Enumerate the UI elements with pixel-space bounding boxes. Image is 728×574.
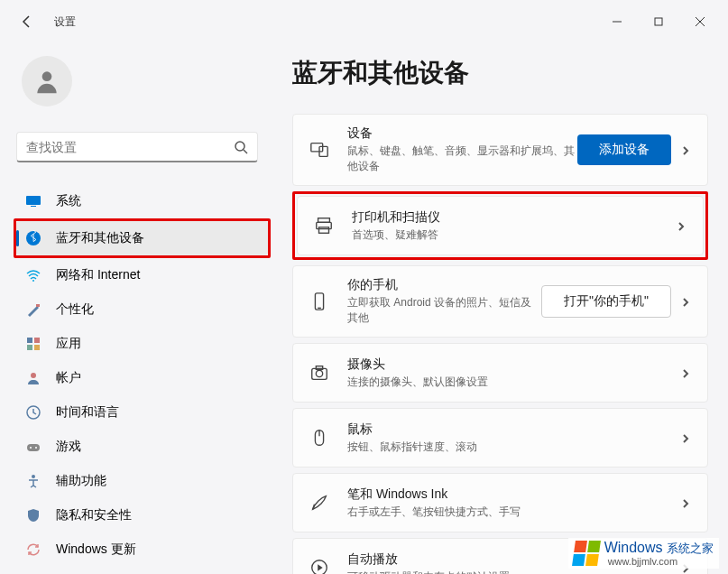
titlebar: 设置 (0, 0, 728, 43)
chevron-right-icon (676, 219, 688, 232)
brush-icon (25, 301, 41, 318)
card-subtitle: 按钮、鼠标指针速度、滚动 (347, 440, 680, 455)
highlight-printers: 打印机和扫描仪 首选项、疑难解答 (292, 191, 708, 260)
card-pen[interactable]: 笔和 Windows Ink 右手或左手、笔按钮快捷方式、手写 (292, 473, 708, 532)
sidebar: 系统 蓝牙和其他设备 网络和 Internet 个性化 应用 (0, 43, 280, 574)
arrow-left-icon (20, 14, 34, 29)
card-subtitle: 立即获取 Android 设备的照片、短信及其他 (347, 295, 541, 326)
watermark: Windows 系统之家 www.bjjmlv.com (568, 538, 719, 569)
sidebar-item-label: 帐户 (56, 370, 81, 386)
sidebar-item-update[interactable]: Windows 更新 (16, 532, 280, 567)
card-phone[interactable]: 你的手机 立即获取 Android 设备的照片、短信及其他 打开"你的手机" (292, 265, 708, 338)
sidebar-item-system[interactable]: 系统 (16, 184, 280, 218)
sidebar-item-label: 游戏 (56, 439, 81, 455)
minimize-icon (613, 17, 622, 26)
svg-rect-8 (31, 206, 36, 207)
open-your-phone-button[interactable]: 打开"你的手机" (541, 285, 671, 318)
watermark-url: www.bjjmlv.com (608, 556, 714, 567)
svg-rect-12 (27, 338, 32, 343)
card-text: 打印机和扫描仪 首选项、疑难解答 (352, 209, 676, 243)
svg-rect-1 (655, 18, 662, 25)
svg-rect-31 (316, 366, 322, 370)
maximize-icon (654, 17, 663, 26)
clock-icon (25, 404, 41, 421)
content: 蓝牙和其他设备 设备 鼠标、键盘、触笔、音频、显示器和扩展坞、其他设备 添加设备… (280, 43, 728, 574)
chevron-right-icon (680, 366, 693, 379)
card-camera[interactable]: 摄像头 连接的摄像头、默认图像设置 (292, 343, 708, 403)
network-icon (25, 267, 41, 283)
app-title: 设置 (54, 14, 76, 30)
phone-icon (308, 290, 331, 313)
sidebar-item-bluetooth[interactable]: 蓝牙和其他设备 (16, 221, 268, 255)
svg-rect-7 (26, 196, 41, 205)
sidebar-item-accounts[interactable]: 帐户 (16, 361, 280, 395)
svg-rect-11 (36, 304, 40, 307)
card-subtitle: 可移动驱动器和内存卡的默认设置 (347, 569, 680, 575)
sidebar-item-label: 系统 (56, 193, 81, 209)
svg-point-30 (316, 370, 322, 376)
maximize-button[interactable] (638, 7, 679, 36)
sidebar-item-gaming[interactable]: 游戏 (16, 430, 280, 464)
sidebar-item-label: 个性化 (56, 301, 94, 318)
devices-icon (308, 138, 331, 162)
minimize-button[interactable] (596, 7, 638, 36)
sidebar-item-label: Windows 更新 (56, 542, 136, 558)
watermark-sub: 系统之家 (667, 542, 714, 555)
card-title: 设备 (347, 125, 577, 142)
pen-icon (308, 491, 331, 514)
person-icon (32, 67, 61, 96)
avatar[interactable] (22, 56, 72, 106)
card-mouse[interactable]: 鼠标 按钮、鼠标指针速度、滚动 (292, 408, 708, 468)
svg-rect-24 (318, 218, 330, 223)
sidebar-item-accessibility[interactable]: 辅助功能 (16, 464, 280, 498)
svg-rect-13 (34, 338, 40, 343)
printer-icon (312, 214, 336, 237)
card-text: 你的手机 立即获取 Android 设备的照片、短信及其他 (347, 277, 541, 326)
svg-point-4 (42, 71, 52, 81)
search-input[interactable] (26, 140, 234, 154)
card-printers[interactable]: 打印机和扫描仪 首选项、疑难解答 (297, 196, 704, 255)
highlight-bluetooth: 蓝牙和其他设备 (14, 218, 271, 258)
apps-icon (25, 336, 41, 352)
svg-point-5 (235, 142, 244, 151)
card-subtitle: 右手或左手、笔按钮快捷方式、手写 (347, 505, 680, 520)
chevron-right-icon (680, 144, 693, 156)
svg-rect-18 (27, 444, 40, 451)
search-icon (234, 140, 248, 154)
card-subtitle: 连接的摄像头、默认图像设置 (347, 375, 680, 390)
card-title: 摄像头 (347, 356, 680, 373)
chevron-right-icon (680, 496, 693, 509)
card-subtitle: 鼠标、键盘、触笔、音频、显示器和扩展坞、其他设备 (347, 144, 577, 174)
sidebar-item-label: 蓝牙和其他设备 (56, 230, 144, 246)
close-button[interactable] (679, 7, 721, 36)
sidebar-item-privacy[interactable]: 隐私和安全性 (16, 498, 280, 532)
card-subtitle: 首选项、疑难解答 (352, 227, 676, 243)
back-button[interactable] (13, 7, 41, 36)
watermark-brand: Windows (604, 540, 663, 555)
shield-icon (25, 507, 41, 523)
sidebar-item-network[interactable]: 网络和 Internet (16, 258, 280, 292)
card-title: 笔和 Windows Ink (347, 486, 680, 503)
sidebar-item-apps[interactable]: 应用 (16, 327, 280, 361)
add-device-button[interactable]: 添加设备 (577, 134, 671, 165)
gaming-icon (25, 439, 41, 455)
chevron-right-icon (680, 431, 693, 444)
page-title: 蓝牙和其他设备 (292, 56, 708, 90)
autoplay-icon (308, 556, 331, 574)
chevron-right-icon (680, 295, 693, 308)
sidebar-item-time[interactable]: 时间和语言 (16, 395, 280, 430)
card-text: 笔和 Windows Ink 右手或左手、笔按钮快捷方式、手写 (347, 486, 680, 520)
card-text: 设备 鼠标、键盘、触笔、音频、显示器和扩展坞、其他设备 (347, 125, 577, 174)
svg-rect-27 (315, 293, 323, 310)
sidebar-item-personalize[interactable]: 个性化 (16, 292, 280, 327)
card-title: 打印机和扫描仪 (352, 209, 676, 226)
accounts-icon (25, 370, 41, 386)
svg-point-20 (35, 447, 37, 449)
card-devices[interactable]: 设备 鼠标、键盘、触笔、音频、显示器和扩展坞、其他设备 添加设备 (292, 114, 708, 186)
svg-point-10 (32, 280, 34, 282)
svg-point-16 (31, 373, 36, 378)
system-icon (25, 193, 41, 209)
camera-icon (308, 361, 331, 384)
sidebar-item-label: 时间和语言 (56, 404, 119, 421)
search-input-container[interactable] (16, 132, 258, 162)
